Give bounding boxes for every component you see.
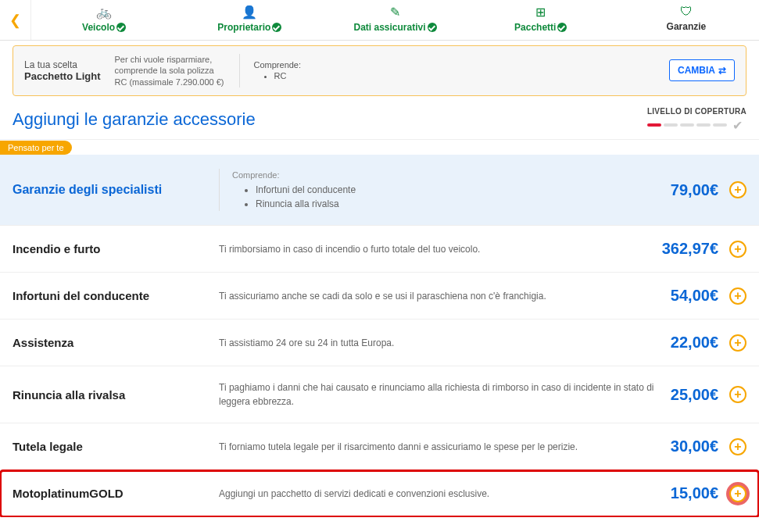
add-garanzia-button[interactable]: + [729, 287, 746, 305]
section-header: Aggiungi le garanzie accessorie LIVELLO … [0, 96, 759, 140]
add-garanzia-button[interactable]: + [729, 438, 746, 455]
step-label: Pacchetti [514, 22, 556, 33]
shield-check-icon: ✔ [732, 118, 743, 133]
garanzia-desc: Comprende: Infortuni del conducente Rinu… [219, 169, 660, 212]
garanzia-name[interactable]: Infortuni del conducente [13, 289, 208, 302]
package-icon: ⊞ [468, 5, 614, 20]
garanzia-desc: Ti assicuriamo anche se cadi da solo e s… [219, 289, 660, 303]
garanzia-row: Rinuncia alla rivalsa Ti paghiamo i dann… [0, 366, 759, 423]
add-garanzia-button[interactable]: + [729, 485, 746, 502]
garanzia-name[interactable]: Incendio e furto [13, 242, 208, 255]
garanzia-row: Infortuni del conducente Ti assicuriamo … [0, 273, 759, 320]
swap-icon: ⇄ [718, 65, 726, 76]
garanzia-desc: Ti assistiamo 24 ore su 24 in tutta Euro… [219, 336, 660, 350]
garanzia-price: 15,00€ [671, 484, 718, 502]
garanzia-name[interactable]: Tutela legale [13, 440, 208, 453]
add-garanzia-button[interactable]: + [729, 386, 746, 403]
check-icon [557, 23, 567, 32]
bike-icon: 🚲 [31, 5, 177, 20]
step-proprietario[interactable]: 👤 Proprietario [177, 0, 322, 40]
check-icon [272, 23, 281, 32]
garanzia-desc: Ti rimborsiamo in caso di incendio o fur… [219, 242, 651, 256]
garanzia-name[interactable]: Rinuncia alla rivalsa [13, 388, 208, 402]
add-garanzia-button[interactable]: + [729, 181, 746, 198]
user-icon: 👤 [177, 5, 322, 20]
garanzia-price: 362,97€ [662, 240, 718, 258]
garanzia-name[interactable]: Garanzie degli specialisti [13, 183, 208, 197]
coverage-bars: ✔ [647, 118, 746, 133]
featured-badge: Pensato per te [0, 141, 72, 155]
step-garanzie[interactable]: 🛡 Garanzie [614, 0, 759, 40]
garanzia-row: Garanzie degli specialisti Comprende: In… [0, 155, 759, 227]
check-icon [428, 23, 437, 32]
selected-package-box: La tua scelta Pacchetto Light Per chi vu… [13, 45, 746, 96]
choice-includes: Comprende: RC [254, 60, 655, 80]
step-pacchetti[interactable]: ⊞ Pacchetti [468, 0, 614, 40]
includes-item: RC [274, 71, 655, 80]
garanzia-price: 30,00€ [671, 437, 718, 455]
garanzia-price: 25,00€ [671, 386, 718, 404]
garanzia-name[interactable]: Assistenza [13, 336, 208, 349]
step-label: Garanzie [667, 21, 707, 32]
garanzia-row: Incendio e furto Ti rimborsiamo in caso … [0, 226, 759, 273]
step-label: Dati assicurativi [353, 22, 425, 33]
garanzia-desc: Aggiungi un pacchetto di servizi dedicat… [219, 487, 660, 501]
includes-item: Infortuni del conducente [256, 183, 660, 197]
garanzia-desc: Ti forniamo tutela legale per il risarci… [219, 440, 660, 454]
includes-label: Comprende: [254, 60, 302, 70]
add-garanzia-button[interactable]: + [729, 334, 746, 352]
step-dati[interactable]: ✎ Dati assicurativi [322, 0, 467, 40]
step-veicolo[interactable]: 🚲 Veicolo [31, 0, 177, 40]
garanzia-row: Tutela legale Ti forniamo tutela legale … [0, 423, 759, 470]
garanzia-desc: Ti paghiamo i danni che hai causato e ri… [219, 380, 660, 409]
coverage-label: LIVELLO DI COPERTURA [647, 107, 746, 116]
choice-label: La tua scelta [24, 59, 101, 70]
includes-item: Rinuncia alla rivalsa [256, 197, 660, 211]
garanzia-price: 79,00€ [671, 181, 718, 199]
garanzia-row-highlighted: MotoplatinumGOLD Aggiungi un pacchetto d… [0, 470, 759, 517]
garanzia-name[interactable]: MotoplatinumGOLD [13, 487, 208, 500]
shield-icon: 🛡 [614, 5, 759, 19]
change-package-button[interactable]: CAMBIA ⇄ [669, 59, 735, 81]
step-label: Proprietario [217, 22, 270, 33]
section-title: Aggiungi le garanzie accessorie [13, 109, 647, 130]
coverage-level: LIVELLO DI COPERTURA ✔ [647, 107, 746, 133]
featured-wrapper: Pensato per te Garanzie degli specialist… [0, 140, 759, 227]
includes-label: Comprende: [232, 169, 660, 182]
wizard-steps: ❮ 🚲 Veicolo 👤 Proprietario ✎ Dati assicu… [0, 0, 759, 41]
pen-icon: ✎ [322, 5, 467, 20]
garanzia-price: 22,00€ [671, 334, 718, 352]
step-label: Veicolo [82, 22, 115, 33]
garanzia-row: Assistenza Ti assistiamo 24 ore su 24 in… [0, 320, 759, 366]
wizard-back-button[interactable]: ❮ [0, 0, 31, 40]
choice-description: Per chi vuole risparmiare, comprende la … [115, 54, 240, 87]
choice-name: Pacchetto Light [24, 70, 101, 82]
garanzia-price: 54,00€ [671, 287, 718, 305]
add-garanzia-button[interactable]: + [729, 241, 746, 258]
change-label: CAMBIA [678, 65, 715, 76]
check-icon [116, 23, 126, 32]
